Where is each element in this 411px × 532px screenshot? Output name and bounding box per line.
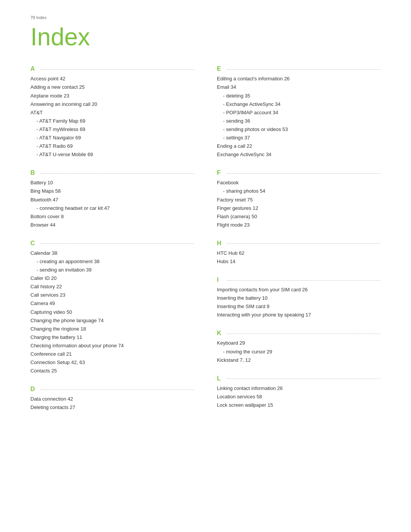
index-entry: Inserting the battery 10 [217, 294, 381, 302]
index-entry: Caller ID 20 [30, 274, 194, 283]
index-entry: Facebook [217, 179, 381, 187]
index-entry: Changing the ringtone 18 [30, 325, 194, 333]
section-divider [227, 334, 381, 334]
index-entry: - AT&T Family Map 69 [30, 117, 194, 125]
section-letter: H [217, 240, 224, 247]
index-entry: Flight mode 23 [217, 221, 381, 229]
index-section-i: IImporting contacts from your SIM card 2… [217, 276, 381, 319]
section-items: Importing contacts from your SIM card 26… [217, 286, 381, 319]
index-entry: Checking information about your phone 74 [30, 342, 194, 350]
index-entry: - connecting headset or car kit 47 [30, 204, 194, 212]
index-entry: Battery 10 [30, 179, 194, 187]
index-entry: Flash (camera) 50 [217, 212, 381, 221]
index-section-b: BBattery 10Bing Maps 58Bluetooth 47- con… [30, 169, 194, 229]
section-divider [40, 69, 194, 70]
index-entry: Charging the battery 11 [30, 333, 194, 342]
section-items: Keyboard 29- moving the cursor 29Kicksta… [217, 339, 381, 364]
page-title: Index [30, 24, 381, 50]
index-entry: Location services 58 [217, 393, 381, 401]
index-entry: - sending 36 [217, 117, 381, 125]
index-section-f: FFacebook- sharing photos 54Factory rese… [217, 169, 381, 229]
index-entry: Email 34 [217, 83, 381, 91]
section-divider [227, 69, 381, 70]
index-entry: AT&T [30, 109, 194, 117]
section-divider [227, 243, 381, 244]
section-items: Linking contact information 26Location s… [217, 384, 381, 409]
index-entry: - sending an invitation 39 [30, 266, 194, 274]
section-items: Access point 42Adding a new contact 25Ai… [30, 75, 194, 159]
section-letter: E [217, 66, 224, 72]
index-entry: Data connection 42 [30, 395, 194, 403]
index-entry: Deleting contacts 27 [30, 403, 194, 412]
index-entry: Camera 49 [30, 299, 194, 308]
section-items: Calendar 38- creating an appointment 38-… [30, 249, 194, 375]
index-section-h: HHTC Hub 62Hubs 14 [217, 240, 381, 266]
index-entry: Airplane mode 23 [30, 92, 194, 100]
index-section-d: DData connection 42Deleting contacts 27 [30, 386, 194, 412]
section-letter: A [30, 66, 37, 72]
index-entry: Connection Setup 42, 63 [30, 358, 194, 367]
index-entry: Bottom cover 8 [30, 212, 194, 221]
index-entry: Conference call 21 [30, 350, 194, 358]
section-items: HTC Hub 62Hubs 14 [217, 249, 381, 266]
index-section-e: EEditing a contact's information 26Email… [217, 66, 381, 159]
index-entry: Factory reset 75 [217, 196, 381, 204]
section-divider [227, 173, 381, 174]
index-entry: Keyboard 29 [217, 339, 381, 347]
index-entry: - moving the cursor 29 [217, 348, 381, 356]
index-entry: Browser 44 [30, 221, 194, 229]
index-entry: Bluetooth 47 [30, 196, 194, 204]
left-column: AAccess point 42Adding a new contact 25A… [30, 66, 194, 422]
section-divider [40, 243, 194, 244]
index-entry: Adding a new contact 25 [30, 83, 194, 91]
index-entry: Editing a contact's information 26 [217, 75, 381, 83]
index-entry: Access point 42 [30, 75, 194, 83]
section-letter: I [217, 276, 224, 283]
index-entry: - Exchange ActiveSync 34 [217, 100, 381, 109]
section-divider [40, 173, 194, 174]
section-letter: D [30, 386, 37, 393]
index-entry: Call services 23 [30, 291, 194, 299]
index-entry: - sharing photos 54 [217, 187, 381, 195]
index-entry: HTC Hub 62 [217, 249, 381, 257]
section-letter: F [217, 169, 224, 176]
section-divider [40, 390, 194, 390]
section-letter: B [30, 169, 37, 176]
index-entry: Inserting the SIM card 9 [217, 302, 381, 311]
index-section-a: AAccess point 42Adding a new contact 25A… [30, 66, 194, 159]
section-letter: K [217, 330, 224, 337]
section-divider [227, 280, 381, 281]
index-entry: Answering an incoming call 20 [30, 100, 194, 109]
index-entry: Finger gestures 12 [217, 204, 381, 212]
index-entry: Interacting with your phone by speaking … [217, 311, 381, 319]
index-entry: Kickstand 7, 12 [217, 356, 381, 364]
index-entry: - deleting 35 [217, 92, 381, 100]
page-label: 78 Index [30, 15, 381, 20]
index-entry: - sending photos or videos 53 [217, 125, 381, 134]
index-entry: - AT&T U-verse Mobile 69 [30, 150, 194, 159]
index-entry: - creating an appointment 38 [30, 257, 194, 266]
section-letter: L [217, 375, 224, 382]
index-entry: Ending a call 22 [217, 142, 381, 150]
index-entry: Lock screen wallpaper 15 [217, 401, 381, 409]
index-entry: Call history 22 [30, 283, 194, 291]
index-entry: - AT&T myWireless 69 [30, 125, 194, 134]
index-entry: Bing Maps 58 [30, 187, 194, 195]
index-entry: Contacts 25 [30, 367, 194, 375]
index-entry: Exchange ActiveSync 34 [217, 150, 381, 159]
section-items: Data connection 42Deleting contacts 27 [30, 395, 194, 412]
index-entry: Changing the phone language 74 [30, 316, 194, 325]
right-column: EEditing a contact's information 26Email… [217, 66, 381, 422]
index-entry: Capturing video 50 [30, 308, 194, 316]
section-items: Editing a contact's information 26Email … [217, 75, 381, 159]
index-section-l: LLinking contact information 26Location … [217, 375, 381, 409]
index-entry: Calendar 38 [30, 249, 194, 257]
index-entry: Linking contact information 26 [217, 384, 381, 393]
index-section-c: CCalendar 38- creating an appointment 38… [30, 240, 194, 375]
index-section-k: KKeyboard 29- moving the cursor 29Kickst… [217, 330, 381, 364]
section-letter: C [30, 240, 37, 247]
index-entry: Importing contacts from your SIM card 26 [217, 286, 381, 294]
index-entry: - AT&T Radio 69 [30, 142, 194, 150]
section-items: Battery 10Bing Maps 58Bluetooth 47- conn… [30, 179, 194, 229]
index-entry: - settings 37 [217, 134, 381, 142]
